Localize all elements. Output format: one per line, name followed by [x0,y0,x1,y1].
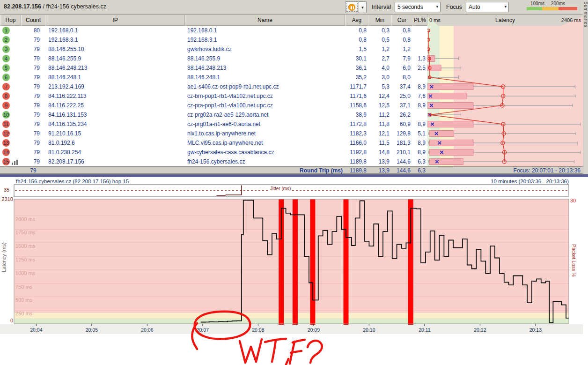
hop-avg: 0,8 [345,37,367,43]
focus-label: Focus [446,4,462,10]
hop-min: 0,3 [368,27,390,34]
hop-min: 11,5 [368,140,390,146]
hop-min: 12,4 [368,93,390,99]
hop-status-badge: 8 [2,92,10,100]
hop-pl: 8,9 [412,140,426,146]
hop-ip: 84.116.222.113 [48,93,183,99]
col-header-count[interactable]: Count [21,15,45,26]
hop-min: 3,0 [368,74,390,81]
hop-status-badge: 2 [2,36,10,44]
hop-status-badge: 14 [2,149,10,156]
hop-status-badge: 11 [2,120,10,128]
hop-status-badge: 5 [2,64,10,72]
hop-count: 79 [21,46,40,52]
hop-pl: 2,5 [412,65,426,71]
focused-hop-graph-icon [12,160,18,165]
pause-icon [348,4,355,11]
hop-cur: 144,6 [391,158,411,165]
hop-avg: 1172,8 [345,121,367,127]
hop-name: cz-brn-pop1-rb1-vla102.net.upc.cz [187,93,344,99]
pause-button[interactable] [345,1,359,13]
hop-min: 0,5 [368,37,390,43]
svg-text:1000 ms: 1000 ms [15,270,36,276]
col-header-hop[interactable]: Hop [0,15,21,26]
hop-name: ae1-s406.cz-ost-pop9-rb1.net.upc.cz [187,83,344,90]
latency-mini-graph [427,26,583,166]
hop-cur: 60,9 [391,121,411,127]
hop-count: 79 [21,140,40,146]
interval-select[interactable]: 5 seconds▼ [395,2,441,12]
col-header-latency[interactable]: 0 ms Latency 2406 ms [427,15,583,26]
hop-pl: 5,1 [412,130,426,137]
hop-status-badge: 6 [2,74,10,81]
hop-name: nix1.to.cas.ip-anywhere.net [187,130,344,137]
hop-avg: 36,1 [345,65,367,71]
hop-cur: 25,0 [391,93,411,99]
hop-avg: 30,1 [345,55,367,62]
hop-count: 79 [21,112,40,118]
footer-pl: 6,3 [412,167,426,174]
pause-dropdown-button[interactable]: ▼ [359,1,367,13]
hop-count: 79 [21,130,40,137]
hop-cur: 129,8 [391,130,411,137]
hop-min: 14,8 [368,149,390,156]
svg-text:1500 ms: 1500 ms [15,243,36,249]
hop-name: cz-prg01a-ri1-ae6-0.aorta.net [187,121,344,127]
hop-count: 79 [21,102,40,109]
trace-title: 82.208.17.156 / fh24-156.cybersales.cz [4,3,106,10]
hop-count: 79 [21,74,40,81]
footer-cur: 144,6 [391,167,411,174]
hop-ip: 213.192.4.169 [48,83,183,90]
col-header-pl[interactable]: PL% [412,15,427,26]
hop-avg: 1,5 [345,46,367,52]
hop-cur: 210,1 [391,149,411,156]
svg-text:750 ms: 750 ms [15,284,33,290]
col-header-ip[interactable]: IP [45,15,185,26]
jitter-axis-label: Jitter (ms) [269,186,292,191]
hop-pl: 7,6 [412,93,426,99]
hop-avg: 1171,7 [345,83,367,90]
chevron-down-icon: ▼ [435,5,439,9]
hop-min: 1,2 [368,46,390,52]
hop-ip: 91.210.16.15 [48,130,183,137]
hop-name: 88.146.248.1 [187,74,344,81]
hop-status-badge: 4 [2,55,10,62]
latency-scale-max: 2406 ms [561,17,581,23]
hop-count: 79 [21,55,40,62]
hop-status-badge: 7 [2,83,10,90]
svg-text:500 ms: 500 ms [15,297,33,303]
interval-label: Interval [372,4,391,10]
hop-count: 79 [21,83,40,90]
hop-count: 80 [21,27,40,34]
hop-status-badge: 9 [2,102,10,109]
col-header-cur[interactable]: Cur [391,15,412,26]
hop-ip: 84.116.135.234 [48,121,183,127]
col-header-name[interactable]: Name [185,15,345,26]
col-header-min[interactable]: Min [368,15,391,26]
hop-ip: 81.0.192.6 [48,140,183,146]
hop-pl: 6,3 [412,158,426,165]
legend-200ms-label: 200ms [551,1,565,6]
hop-cur: 26,2 [391,112,411,118]
hop-status-badge: 13 [2,139,10,147]
hop-pl: 8,9 [412,121,426,127]
svg-text:250 ms: 250 ms [15,311,33,316]
hop-avg: 1158,6 [345,102,367,109]
hop-cur: 37,1 [391,102,411,109]
hop-name: gw-cybersales-casa.casablanca.cz [187,149,344,156]
timeline-chart: 2000 ms1750 ms1500 ms1250 ms1000 ms750 m… [0,177,588,365]
hop-min: 13,9 [368,158,390,165]
hop-name: 192.168.3.1 [187,37,344,43]
footer-avg: 1189,8 [345,167,367,174]
col-header-avg[interactable]: Avg [345,15,368,26]
timeline-panel: fh24-156.cybersales.cz (82.208.17.156) h… [0,177,588,365]
hop-count: 79 [21,158,40,165]
focus-select[interactable]: Auto▼ [466,2,509,12]
hop-count: 79 [21,149,40,156]
hop-ip: 192.168.3.1 [48,37,183,43]
hop-cur: 8,0 [391,74,411,81]
hop-name: 192.168.0.1 [187,27,344,34]
hop-ip: 88.146.255.9 [48,55,183,62]
hop-cur: 37,4 [391,83,411,90]
hop-ip: 88.146.255.10 [48,46,183,52]
